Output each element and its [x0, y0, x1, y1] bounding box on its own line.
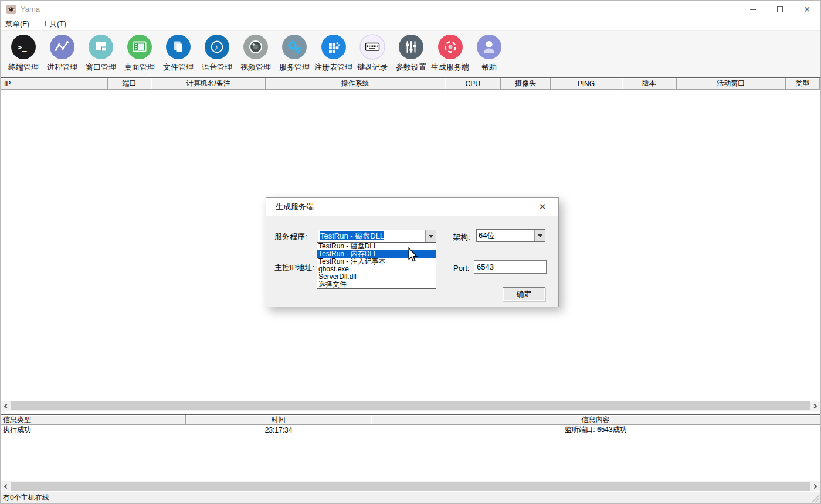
- toolbar-button-terminal[interactable]: >_终端管理: [4, 34, 43, 73]
- close-button[interactable]: ✕: [793, 1, 820, 18]
- chevron-down-icon: [429, 235, 433, 240]
- file-icon: [165, 34, 191, 60]
- arch-combobox[interactable]: 64位: [476, 229, 545, 242]
- info-rows: 执行成功23:17:34监听端口: 6543成功: [1, 425, 820, 435]
- service-program-combobox[interactable]: TestRun - 磁盘DLL: [318, 230, 436, 243]
- toolbar-button-label: 进程管理: [47, 62, 77, 73]
- toolbar-button-video[interactable]: 视频管理: [236, 34, 275, 73]
- voice-icon: ♪: [204, 34, 230, 60]
- params-icon: [398, 34, 424, 60]
- title-bar: Yama ✕: [1, 1, 820, 18]
- hosts-column-header[interactable]: IP: [1, 78, 108, 90]
- info-column-header[interactable]: 信息类型: [1, 415, 186, 425]
- hosts-column-header[interactable]: PING: [551, 78, 622, 90]
- toolbar-button-label: 桌面管理: [124, 62, 155, 73]
- menu-item-0[interactable]: 菜单(F): [5, 19, 29, 29]
- terminal-icon: >_: [11, 34, 36, 60]
- minimize-button[interactable]: [739, 1, 766, 18]
- service-program-label: 服务程序:: [274, 231, 307, 242]
- app-window: Yama ✕ 菜单(F)工具(T) >_终端管理进程管理窗口管理桌面管理文件管理…: [0, 0, 821, 504]
- scroll-thumb[interactable]: [11, 401, 810, 410]
- toolbar-button-process[interactable]: 进程管理: [43, 34, 82, 73]
- chevron-left-icon: [4, 403, 9, 408]
- window-icon: [88, 34, 114, 60]
- arch-label: 架构:: [453, 232, 470, 243]
- toolbar-button-label: 窗口管理: [86, 62, 116, 73]
- dropdown-item[interactable]: ghost.exe: [317, 265, 436, 273]
- chevron-right-icon: [812, 403, 817, 408]
- dialog-title-bar: 生成服务端 ✕: [266, 198, 558, 216]
- service-program-dropdown-list: TestRun - 磁盘DLLTestRun - 内存DLLTestRun - …: [317, 242, 436, 289]
- menu-bar: 菜单(F)工具(T): [1, 18, 820, 31]
- port-input[interactable]: 6543: [474, 260, 547, 274]
- info-cell: 执行成功: [1, 425, 186, 435]
- keyboard-icon: [359, 34, 385, 60]
- service-program-value: TestRun - 磁盘DLL: [320, 231, 384, 240]
- resize-grip-icon[interactable]: [812, 495, 820, 503]
- desktop-icon: [127, 34, 152, 60]
- toolbar-button-label: 生成服务端: [431, 62, 469, 73]
- hosts-column-header[interactable]: 计算机名/备注: [151, 78, 266, 90]
- scroll-right-button[interactable]: [810, 481, 820, 491]
- mouse-cursor-icon: [408, 247, 418, 263]
- toolbar-button-label: 键盘记录: [357, 62, 388, 73]
- hosts-column-header[interactable]: CPU: [445, 78, 501, 90]
- hosts-hscrollbar[interactable]: [1, 401, 820, 411]
- toolbar-button-registry[interactable]: 注册表管理: [314, 34, 353, 73]
- toolbar: >_终端管理进程管理窗口管理桌面管理文件管理♪语音管理视频管理服务管理注册表管理…: [1, 31, 820, 77]
- help-icon: [476, 34, 502, 60]
- toolbar-button-label: 终端管理: [8, 62, 39, 73]
- toolbar-button-label: 服务管理: [279, 62, 310, 73]
- hosts-header: IP端口计算机名/备注操作系统CPU摄像头PING版本活动窗口类型: [1, 78, 820, 90]
- toolbar-button-label: 注册表管理: [314, 62, 352, 73]
- toolbar-button-label: 语音管理: [202, 62, 232, 73]
- toolbar-button-keyboard[interactable]: 键盘记录: [353, 34, 392, 73]
- arch-dropdown-button[interactable]: [534, 230, 545, 241]
- toolbar-button-label: 帮助: [481, 62, 497, 73]
- app-icon: [6, 5, 16, 14]
- service-icon: [281, 34, 307, 60]
- info-row[interactable]: 执行成功23:17:34监听端口: 6543成功: [1, 425, 820, 435]
- hosts-column-header[interactable]: 端口: [108, 78, 152, 90]
- toolbar-button-desktop[interactable]: 桌面管理: [120, 34, 159, 73]
- hosts-column-header[interactable]: 类型: [786, 78, 820, 90]
- scroll-right-button[interactable]: [810, 401, 820, 411]
- minimize-icon: [750, 9, 756, 10]
- toolbar-button-generate[interactable]: 生成服务端: [430, 34, 470, 73]
- info-column-header[interactable]: 时间: [186, 415, 371, 425]
- toolbar-button-help[interactable]: 帮助: [470, 34, 508, 73]
- chevron-right-icon: [812, 483, 817, 488]
- dropdown-item[interactable]: ServerDll.dll: [317, 273, 436, 281]
- scroll-left-button[interactable]: [1, 401, 11, 411]
- toolbar-button-label: 文件管理: [163, 62, 194, 73]
- toolbar-button-voice[interactable]: ♪语音管理: [198, 34, 236, 73]
- svg-text:>_: >_: [18, 43, 27, 52]
- menu-item-1[interactable]: 工具(T): [42, 19, 66, 29]
- hosts-column-header[interactable]: 活动窗口: [677, 78, 786, 90]
- close-icon: ✕: [803, 5, 810, 13]
- hosts-column-header[interactable]: 摄像头: [501, 78, 551, 90]
- hosts-column-header[interactable]: 操作系统: [266, 78, 445, 90]
- ok-button[interactable]: 确定: [503, 287, 545, 301]
- status-text: 有0个主机在线: [3, 493, 49, 503]
- chevron-left-icon: [4, 483, 9, 488]
- info-hscrollbar[interactable]: [1, 481, 820, 491]
- hosts-column-header[interactable]: 版本: [622, 78, 677, 90]
- scroll-left-button[interactable]: [1, 481, 11, 491]
- toolbar-button-service[interactable]: 服务管理: [275, 34, 314, 73]
- dropdown-item[interactable]: 选择文件: [317, 281, 436, 288]
- info-column-header[interactable]: 信息内容: [371, 415, 820, 425]
- dialog-close-button[interactable]: ✕: [534, 198, 551, 216]
- toolbar-button-label: 视频管理: [240, 62, 271, 73]
- toolbar-button-window[interactable]: 窗口管理: [82, 34, 120, 73]
- process-icon: [49, 34, 75, 60]
- master-ip-label: 主控IP地址:: [274, 263, 314, 273]
- window-title: Yama: [21, 1, 40, 18]
- toolbar-button-label: 参数设置: [396, 62, 426, 73]
- toolbar-button-params[interactable]: 参数设置: [392, 34, 430, 73]
- service-program-dropdown-button[interactable]: [425, 230, 436, 242]
- scroll-thumb[interactable]: [11, 482, 810, 491]
- registry-icon: [321, 34, 347, 60]
- maximize-button[interactable]: [766, 1, 793, 18]
- toolbar-button-file[interactable]: 文件管理: [159, 34, 198, 73]
